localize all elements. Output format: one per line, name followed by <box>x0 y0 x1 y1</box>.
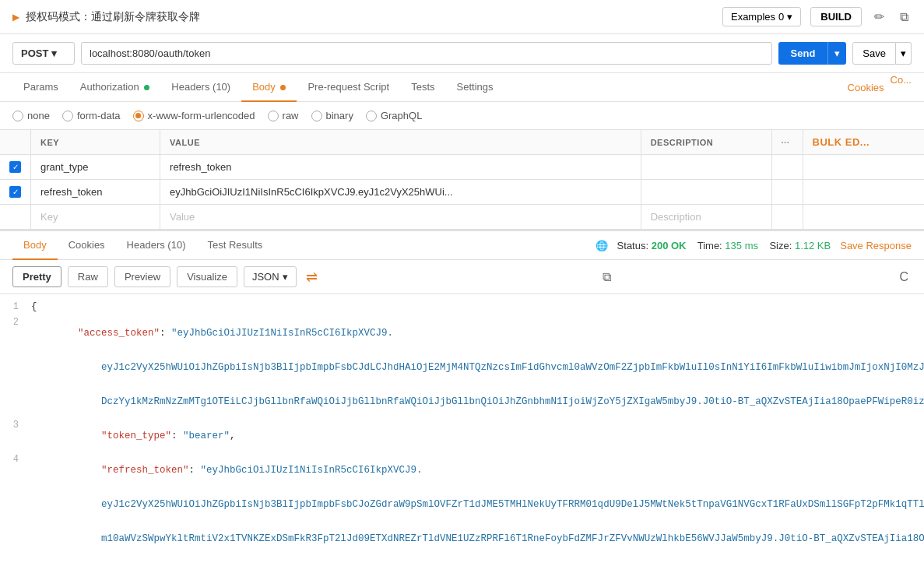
radio-form-data-circle <box>62 111 73 121</box>
clear-response-button[interactable]: C <box>896 267 912 287</box>
examples-count: 0 <box>778 11 784 23</box>
response-tab-headers[interactable]: Headers (10) <box>116 231 197 260</box>
tab-headers[interactable]: Headers (10) <box>160 73 241 102</box>
save-dropdown-button[interactable]: ▾ <box>896 42 912 65</box>
response-tabs: Body Cookies Headers (10) Test Results 🌐… <box>0 231 924 260</box>
radio-binary-label: binary <box>326 110 353 121</box>
radio-raw[interactable]: raw <box>268 110 299 121</box>
radio-raw-label: raw <box>283 110 299 121</box>
tab-tests[interactable]: Tests <box>400 73 445 102</box>
top-bar: ▶ 授权码模式：通过刷新令牌获取令牌 Examples 0 ▾ BUILD ✏ … <box>0 0 924 34</box>
size-value: 1.12 KB <box>795 240 831 251</box>
response-meta: 🌐 Status: 200 OK Time: 135 ms Size: 1.12… <box>596 240 912 251</box>
row2-desc-cell[interactable] <box>641 180 771 205</box>
top-bar-right: Examples 0 ▾ BUILD ✏ ⧉ <box>722 6 912 27</box>
line-content-4: "refresh_token": "eyJhbGciOiJIUzI1NiIsIn… <box>31 454 924 487</box>
json-line-3: 3 "token_type": "bearer", <box>0 419 924 453</box>
body-params-table: KEY VALUE DESCRIPTION ··· Bulk Ed... gra… <box>0 130 924 230</box>
co-link[interactable]: Co... <box>891 74 912 101</box>
row1-desc-cell[interactable] <box>641 155 771 180</box>
url-input[interactable] <box>81 42 772 65</box>
more-icon[interactable]: ··· <box>782 138 790 147</box>
response-tab-test-results[interactable]: Test Results <box>196 231 273 260</box>
send-group: Send ▾ <box>778 42 847 65</box>
row2-bulk-cell <box>803 180 924 205</box>
format-tab-raw[interactable]: Raw <box>68 266 108 287</box>
arrow-icon: ▶ <box>12 12 19 23</box>
placeholder-bulk-cell <box>803 205 924 230</box>
response-tab-cookies[interactable]: Cookies <box>58 231 116 260</box>
format-tab-visualize[interactable]: Visualize <box>177 266 237 287</box>
json-format-select[interactable]: JSON ▾ <box>244 266 297 287</box>
cookies-link[interactable]: Cookies <box>848 74 884 101</box>
response-tab-body[interactable]: Body <box>12 231 58 260</box>
bulk-edit-link[interactable]: Bulk Ed... <box>813 136 870 148</box>
status-info: Status: 200 OK Time: 135 ms Size: 1.12 K… <box>617 240 831 251</box>
row1-key-cell[interactable]: grant_type <box>31 155 160 180</box>
row2-value-cell[interactable]: eyJhbGciOiJIUzI1NiIsInR5cCI6IkpXVCJ9.eyJ… <box>160 180 641 205</box>
send-dropdown-button[interactable]: ▾ <box>827 42 846 65</box>
method-select[interactable]: POST ▾ <box>12 42 75 65</box>
send-button[interactable]: Send <box>778 42 828 65</box>
body-dot <box>280 85 286 90</box>
format-tab-pretty[interactable]: Pretty <box>12 266 61 287</box>
line-num-4c1 <box>0 488 31 521</box>
radio-binary[interactable]: binary <box>311 110 353 121</box>
line-content-2: "access_token": "eyJhbGciOiJIUzI1NiIsInR… <box>31 317 924 350</box>
examples-button[interactable]: Examples 0 ▾ <box>722 7 801 26</box>
row2-value: eyJhbGciOiJIUzI1NiIsInR5cCI6IkpXVCJ9.eyJ… <box>170 186 453 198</box>
placeholder-key-cell[interactable]: Key <box>31 205 160 230</box>
top-bar-left: ▶ 授权码模式：通过刷新令牌获取令牌 <box>12 10 200 24</box>
wrap-icon[interactable]: ⇌ <box>306 269 318 286</box>
copy-response-button[interactable]: ⧉ <box>599 267 614 287</box>
placeholder-desc-cell[interactable]: Description <box>641 205 771 230</box>
save-group: Save ▾ <box>852 42 912 65</box>
build-button[interactable]: BUILD <box>810 7 862 26</box>
json-line-2-cont1: eyJ1c2VyX25hWUiOiJhZGpbiIsNjb3BlIjpbImpb… <box>0 350 924 385</box>
json-line-4-cont1: eyJ1c2VyX25hWUiOiJhZGpbiIsNjb3BlIjpbImpb… <box>0 487 924 522</box>
radio-form-data[interactable]: form-data <box>62 110 121 121</box>
time-label: Time: <box>697 240 725 251</box>
radio-none[interactable]: none <box>12 110 50 121</box>
row1-value-cell[interactable]: refresh_token <box>160 155 641 180</box>
save-button[interactable]: Save <box>852 42 896 65</box>
save-response-link[interactable]: Save Response <box>840 240 912 251</box>
table-row-placeholder: Key Value Description <box>0 205 924 230</box>
line-content-2c1: eyJ1c2VyX25hWUiOiJhZGpbiIsNjb3BlIjpbImpb… <box>31 351 924 384</box>
json-line-2-cont2: DczYy1kMzRmNzZmMTg1OTEiLCJjbGllbnRfaWQiO… <box>0 385 924 419</box>
tab-settings[interactable]: Settings <box>446 73 504 102</box>
response-section: Body Cookies Headers (10) Test Results 🌐… <box>0 230 924 566</box>
format-tab-preview[interactable]: Preview <box>114 266 170 287</box>
radio-graphql[interactable]: GraphQL <box>366 110 422 121</box>
th-bulk-edit: Bulk Ed... <box>803 130 924 155</box>
row1-bulk-cell <box>803 155 924 180</box>
row2-checkbox[interactable] <box>9 186 21 198</box>
radio-urlencoded[interactable]: x-www-form-urlencoded <box>133 110 255 121</box>
line-content-1: { <box>31 301 924 315</box>
row1-more-cell <box>771 155 803 180</box>
json-line-4-cont2: m10aWVzSWpwYkltRmtiV2x1TVNKZExDSmFkR3FpT… <box>0 522 924 556</box>
th-more: ··· <box>771 130 803 155</box>
edit-icon[interactable]: ✏ <box>871 6 887 27</box>
radio-none-label: none <box>27 110 50 121</box>
line-content-4c3: 5mbyJ9.Idib1eD1m30KJcrJksGtMaLu-ZNapq8zs… <box>31 557 924 566</box>
line-num-4c2 <box>0 522 31 555</box>
line-num-2: 2 <box>0 317 31 350</box>
row1-key: grant_type <box>40 161 88 173</box>
row1-checkbox[interactable] <box>9 161 21 173</box>
method-chevron-icon: ▾ <box>51 47 57 59</box>
radio-graphql-circle <box>366 111 377 121</box>
placeholder-value-cell[interactable]: Value <box>160 205 641 230</box>
tab-prerequest[interactable]: Pre-request Script <box>297 73 400 102</box>
tab-body[interactable]: Body <box>241 73 297 102</box>
radio-urlencoded-circle <box>133 111 144 121</box>
page-title: 授权码模式：通过刷新令牌获取令牌 <box>26 10 200 24</box>
row2-key-cell[interactable]: refresh_token <box>31 180 160 205</box>
tabs-right: Cookies Co... <box>848 74 912 101</box>
row1-value: refresh_token <box>170 161 232 173</box>
row2-checkbox-cell <box>0 180 31 205</box>
tab-authorization[interactable]: Authorization <box>69 73 161 102</box>
copy-icon[interactable]: ⧉ <box>897 7 912 27</box>
line-num-4c3 <box>0 557 31 566</box>
tab-params[interactable]: Params <box>12 73 69 102</box>
